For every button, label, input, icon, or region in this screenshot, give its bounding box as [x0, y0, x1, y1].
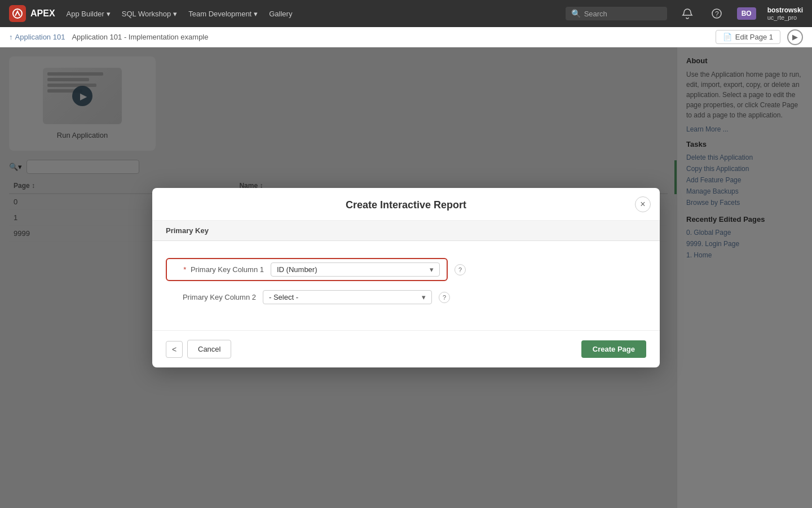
svg-text:?: ?: [715, 10, 719, 18]
section-primary-key: Primary Key: [152, 221, 660, 241]
form-row-pk2: Primary Key Column 2 - Select - ▾ ?: [166, 290, 646, 304]
nav-sql-workshop[interactable]: SQL Workshop ▾: [122, 10, 177, 18]
pk2-select-wrapper[interactable]: - Select - ▾: [263, 290, 432, 304]
edit-page-button[interactable]: 📄 Edit Page 1: [716, 30, 780, 44]
page-subtitle: Application 101 - Implementation example: [72, 33, 208, 41]
sub-nav-right: 📄 Edit Page 1 ▶: [716, 29, 803, 45]
user-badge[interactable]: BO: [737, 7, 756, 20]
form-row-pk1: * Primary Key Column 1 ID (Number)- Sele…: [166, 258, 646, 281]
nav-team-development[interactable]: Team Development ▾: [188, 10, 258, 18]
nav-app-builder[interactable]: App Builder ▾: [67, 10, 111, 18]
pk1-highlighted-group: * Primary Key Column 1 ID (Number)- Sele…: [166, 258, 448, 281]
footer-right: Create Page: [581, 340, 646, 358]
breadcrumb[interactable]: ↑ Application 101: [9, 33, 65, 41]
chevron-down-icon-2: ▾: [422, 293, 426, 301]
pk2-field-group: - Select - ▾: [263, 290, 432, 304]
modal-form: * Primary Key Column 1 ID (Number)- Sele…: [152, 241, 660, 330]
notifications-icon[interactable]: [678, 5, 696, 23]
modal-body: Primary Key * Primary Key Column 1 ID (N…: [152, 221, 660, 330]
back-button[interactable]: <: [166, 341, 183, 358]
pk2-label: Primary Key Column 2: [166, 293, 256, 301]
top-navigation: APEX App Builder ▾ SQL Workshop ▾ Team D…: [0, 0, 812, 27]
sub-navigation: ↑ Application 101 Application 101 - Impl…: [0, 27, 812, 47]
pk1-help-icon[interactable]: ?: [454, 264, 466, 275]
apex-logo-icon: [9, 5, 26, 22]
modal-dialog: Create Interactive Report × Primary Key …: [152, 188, 660, 367]
modal-close-button[interactable]: ×: [635, 196, 651, 212]
chevron-down-icon: ▾: [430, 265, 434, 274]
apex-logo[interactable]: APEX: [9, 5, 55, 22]
modal-title: Create Interactive Report: [346, 199, 466, 211]
help-icon[interactable]: ?: [708, 5, 726, 23]
pk2-help-icon[interactable]: ?: [439, 292, 450, 303]
breadcrumb-icon: ↑: [9, 33, 13, 41]
required-star: *: [183, 265, 186, 274]
modal-footer: < Cancel Create Page: [152, 330, 660, 367]
create-page-button[interactable]: Create Page: [581, 340, 646, 358]
pk1-select[interactable]: ID (Number)- Select -: [277, 265, 430, 274]
global-search[interactable]: 🔍: [566, 7, 667, 20]
modal-overlay: Create Interactive Report × Primary Key …: [0, 47, 812, 508]
search-icon: 🔍: [571, 9, 581, 18]
pk2-select[interactable]: - Select -: [269, 293, 422, 301]
modal-header: Create Interactive Report ×: [152, 188, 660, 221]
footer-left: < Cancel: [166, 340, 231, 358]
cancel-button[interactable]: Cancel: [187, 340, 231, 358]
main-layout: ▶ Run Application 🔍▾ Page ↕ Name ↕: [0, 47, 812, 508]
apex-logo-text: APEX: [30, 8, 55, 19]
pk1-label: * Primary Key Column 1: [174, 265, 264, 274]
user-info: bostrowski uc_rte_pro: [767, 6, 803, 21]
pk1-select-wrapper[interactable]: ID (Number)- Select - ▾: [271, 262, 440, 277]
run-button[interactable]: ▶: [787, 29, 803, 45]
search-input[interactable]: [584, 10, 661, 18]
nav-gallery[interactable]: Gallery: [269, 10, 292, 18]
edit-page-icon: 📄: [723, 33, 732, 41]
